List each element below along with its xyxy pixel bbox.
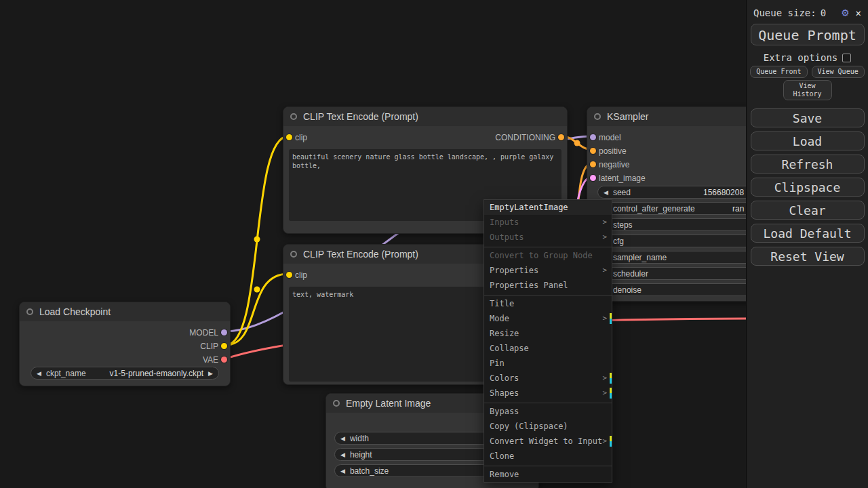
load-button[interactable]: Load [751, 131, 865, 150]
link-midpoint-dot [254, 287, 260, 293]
node-context-menu: EmptyLatentImage Inputs > Outputs > Conv… [484, 199, 612, 483]
node-titlebar[interactable]: Load Checkpoint [20, 302, 230, 321]
increment-arrow-icon[interactable]: ▶ [208, 370, 213, 377]
context-menu-item-convert-widget-to-input[interactable]: Convert Widget to Input > [484, 434, 612, 449]
link-midpoint-dot [574, 140, 580, 146]
extra-options-checkbox[interactable] [842, 54, 851, 62]
widget-label: steps [613, 220, 633, 230]
submenu-indicator [610, 373, 612, 384]
menu-item-label: Convert Widget to Input [490, 436, 602, 446]
menu-separator [484, 401, 612, 403]
output-slot-vae: VAE [203, 354, 230, 365]
close-icon[interactable]: ✕ [856, 8, 861, 18]
context-menu-item-outputs: Outputs > [484, 230, 612, 245]
widget-label: batch_size [350, 466, 389, 476]
input-port-negative[interactable] [590, 161, 596, 167]
submenu-arrow-icon: > [602, 434, 607, 449]
output-port-clip[interactable] [221, 343, 227, 349]
decrement-arrow-icon[interactable]: ◀ [37, 370, 41, 377]
collapse-dot-icon[interactable] [26, 308, 33, 315]
decrement-arrow-icon[interactable]: ◀ [340, 451, 345, 458]
collapse-dot-icon[interactable] [594, 113, 601, 120]
menu-item-label: Mode [490, 314, 509, 323]
queue-prompt-button[interactable]: Queue Prompt [751, 24, 865, 45]
sidebar-actions: Save Load Refresh Clipspace Clear Load D… [747, 108, 868, 266]
slot-label: MODEL [189, 328, 218, 338]
menu-item-label: Title [490, 299, 514, 308]
context-menu-title: EmptyLatentImage [484, 200, 612, 215]
context-menu-item-copy-clipspace[interactable]: Copy (Clipspace) [484, 419, 612, 434]
submenu-arrow-icon: > [602, 386, 607, 401]
context-menu-item-clone[interactable]: Clone [484, 449, 612, 464]
widget-value: 156680208 [703, 187, 744, 199]
input-port-clip[interactable] [286, 272, 292, 278]
context-menu-item-mode[interactable]: Mode > [484, 311, 612, 326]
context-menu-item-properties-panel[interactable]: Properties Panel [484, 278, 612, 293]
menu-item-label: Convert to Group Node [490, 251, 593, 260]
node-titlebar[interactable]: CLIP Text Encode (Prompt) [283, 107, 567, 126]
context-menu-item-title[interactable]: Title [484, 296, 612, 311]
collapse-dot-icon[interactable] [290, 251, 297, 258]
widget-value: v1-5-pruned-emaonly.ckpt [110, 369, 204, 378]
submenu-arrow-icon: > [602, 263, 607, 278]
menu-item-label: Shapes [490, 388, 519, 398]
slot-label: negative [599, 160, 629, 169]
decrement-arrow-icon[interactable]: ◀ [604, 189, 608, 196]
input-port-clip[interactable] [286, 134, 292, 140]
menu-item-label: Remove [490, 470, 519, 479]
context-menu-item-pin[interactable]: Pin [484, 356, 612, 371]
menu-item-label: Bypass [490, 407, 519, 416]
decrement-arrow-icon[interactable]: ◀ [340, 468, 345, 474]
input-port-model[interactable] [590, 134, 596, 140]
input-slot-negative: negative [587, 159, 629, 170]
context-menu-item-resize[interactable]: Resize [484, 326, 612, 341]
context-menu-item-shapes[interactable]: Shapes > [484, 386, 612, 401]
submenu-arrow-icon: > [602, 311, 607, 326]
menu-item-label: Outputs [490, 232, 524, 242]
input-slot-positive: positive [587, 145, 627, 157]
context-menu-item-colors[interactable]: Colors > [484, 371, 612, 386]
context-menu-item-bypass[interactable]: Bypass [484, 404, 612, 419]
clear-button[interactable]: Clear [751, 201, 865, 220]
output-port-vae[interactable] [221, 357, 227, 363]
collapse-dot-icon[interactable] [290, 113, 297, 120]
widget-label: control_after_generate [613, 204, 695, 214]
input-port-positive[interactable] [590, 148, 596, 154]
save-button[interactable]: Save [751, 108, 865, 127]
context-menu-item-collapse[interactable]: Collapse [484, 341, 612, 356]
input-slot-model: model [587, 131, 621, 143]
queue-size-value: 0 [821, 7, 826, 18]
refresh-button[interactable]: Refresh [751, 155, 865, 174]
load-default-button[interactable]: Load Default [751, 224, 865, 243]
queue-size-row: Queue size: 0 ⚙ ✕ [753, 7, 861, 18]
slot-label: CONDITIONING [495, 133, 555, 142]
menu-item-label: Properties Panel [490, 281, 568, 290]
view-queue-button[interactable]: View Queue [812, 66, 865, 78]
submenu-arrow-icon: > [602, 230, 607, 245]
queue-front-button[interactable]: Queue Front [750, 66, 807, 78]
menu-item-label: Colors [490, 373, 519, 383]
output-port-model[interactable] [221, 329, 227, 336]
node-load-checkpoint[interactable]: Load Checkpoint MODEL CLIP VAE ◀ ckpt_na… [19, 302, 231, 386]
context-menu-item-properties[interactable]: Properties > [484, 263, 612, 278]
input-port-latent-image[interactable] [590, 175, 596, 181]
slot-label: positive [599, 146, 627, 156]
widget-ckpt-name[interactable]: ◀ ckpt_name v1-5-pruned-emaonly.ckpt ▶ [31, 367, 219, 380]
node-title: KSampler [607, 111, 648, 122]
clipspace-button[interactable]: Clipspace [751, 178, 865, 197]
reset-view-button[interactable]: Reset View [751, 247, 865, 266]
menu-item-label: Copy (Clipspace) [490, 422, 568, 431]
menu-separator [484, 245, 612, 247]
submenu-indicator [610, 313, 612, 324]
decrement-arrow-icon[interactable]: ◀ [340, 435, 345, 442]
settings-gear-icon[interactable]: ⚙ [842, 7, 848, 18]
collapse-dot-icon[interactable] [333, 400, 340, 407]
widget-label: seed [613, 188, 631, 197]
output-slot-model: MODEL [189, 327, 230, 338]
output-port-conditioning[interactable] [558, 134, 564, 140]
menu-item-label: Properties [490, 266, 538, 275]
view-history-button[interactable]: View History [783, 80, 832, 100]
context-menu-item-remove[interactable]: Remove [484, 467, 612, 482]
submenu-indicator [610, 388, 612, 399]
widget-label: width [350, 434, 369, 443]
